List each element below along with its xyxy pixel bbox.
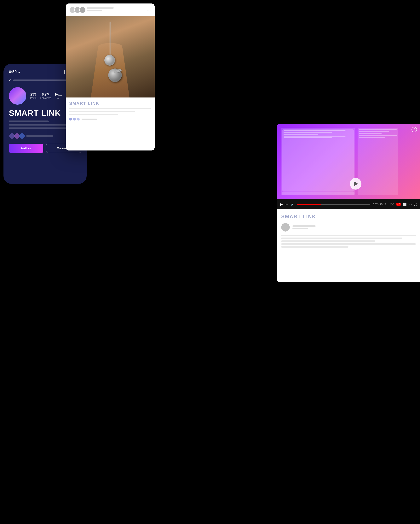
reaction-emoji-dots bbox=[69, 118, 80, 121]
followers-stat: 6.7M Followers bbox=[40, 92, 51, 99]
desc-line-3 bbox=[281, 240, 375, 242]
post-subtitle-line bbox=[86, 10, 102, 11]
laptop-base bbox=[282, 192, 354, 195]
mutual-avatars bbox=[9, 133, 24, 139]
phone-mockup bbox=[358, 128, 398, 195]
desc-line-4 bbox=[281, 243, 416, 245]
play-circle[interactable] bbox=[350, 178, 361, 190]
bio-line-2 bbox=[9, 124, 70, 126]
video-thumbnail: i bbox=[277, 124, 420, 199]
coin-pendant-1 bbox=[104, 55, 115, 66]
follow-button[interactable]: Follow bbox=[9, 144, 43, 153]
phone-line-4 bbox=[359, 135, 397, 136]
phone-line-1 bbox=[359, 129, 397, 130]
avatar bbox=[9, 87, 26, 105]
miniplayer-button[interactable]: ⬜ bbox=[403, 202, 407, 206]
desc-line-1 bbox=[281, 235, 416, 236]
next-button[interactable]: ⏭ bbox=[285, 203, 288, 206]
theatre-button[interactable]: ▭ bbox=[409, 202, 412, 206]
desc-line-2 bbox=[281, 237, 402, 239]
post-avatar-3 bbox=[79, 7, 86, 13]
post-header-text bbox=[86, 7, 144, 13]
posts-stat: 299 Posts bbox=[30, 92, 36, 99]
thumbnail-devices bbox=[281, 128, 416, 195]
post-username-line bbox=[86, 7, 114, 9]
video-smart-link-title: SMART LINK bbox=[281, 214, 416, 219]
caption-text-lines bbox=[69, 108, 151, 115]
description-lines bbox=[281, 235, 416, 248]
clock-time: 6:50 bbox=[9, 70, 17, 74]
post-avatars bbox=[69, 7, 84, 13]
caption-line-3 bbox=[69, 114, 118, 115]
reaction-dot-3 bbox=[77, 118, 80, 121]
time-display: 5:07 / 15:28 bbox=[373, 203, 386, 206]
following-stat: Fo... Fo… bbox=[55, 92, 62, 99]
channel-row bbox=[281, 223, 416, 232]
volume-button[interactable]: 🔉 bbox=[291, 203, 294, 206]
extra-controls: CC HD ⬜ ▭ ⛶ bbox=[390, 202, 417, 206]
desc-line-5 bbox=[281, 246, 349, 248]
phone-line-2 bbox=[359, 131, 389, 132]
play-triangle-icon bbox=[354, 182, 358, 186]
hd-button[interactable]: HD bbox=[396, 203, 401, 206]
bio-line-1 bbox=[9, 121, 49, 122]
youtube-video-card: i ▶ ⏭ 🔉 5:07 / 15:28 CC HD ⬜ ▭ ⛶ SMART L… bbox=[277, 124, 420, 282]
post-image bbox=[66, 16, 155, 97]
screen-line-1 bbox=[283, 130, 346, 131]
screen-line-4 bbox=[283, 136, 346, 137]
video-controls-bar: ▶ ⏭ 🔉 5:07 / 15:28 CC HD ⬜ ▭ ⛶ bbox=[277, 199, 420, 209]
reaction-dot-2 bbox=[73, 118, 76, 121]
channel-info-lines bbox=[292, 225, 316, 229]
profile-stats: 299 Posts 6.7M Followers Fo... Fo… bbox=[30, 92, 62, 99]
reaction-dot-1 bbox=[69, 118, 72, 121]
play-pause-button[interactable]: ▶ bbox=[280, 202, 283, 206]
fullscreen-button[interactable]: ⛶ bbox=[414, 203, 417, 206]
location-arrow-icon: ▲ bbox=[18, 70, 20, 73]
progress-fill bbox=[297, 204, 321, 205]
screen-line-5 bbox=[283, 137, 332, 138]
mini-avatar-3 bbox=[19, 133, 25, 139]
phone-line-3 bbox=[359, 133, 382, 134]
mutual-text bbox=[26, 135, 53, 137]
reactions-row bbox=[69, 118, 151, 121]
social-post-card: ··· SMART LINK bbox=[66, 3, 155, 150]
info-icon[interactable]: i bbox=[411, 127, 417, 132]
back-arrow-icon[interactable]: < bbox=[9, 78, 11, 83]
laptop-mockup bbox=[281, 128, 355, 195]
caption-line-1 bbox=[69, 108, 151, 109]
screen-line-2 bbox=[283, 132, 332, 133]
video-description: SMART LINK bbox=[277, 209, 420, 251]
play-button-area[interactable] bbox=[350, 178, 361, 190]
caption-line-2 bbox=[69, 111, 135, 112]
time-display: 6:50 ▲ bbox=[9, 70, 20, 74]
laptop-screen bbox=[282, 129, 354, 192]
post-smart-link-title: SMART LINK bbox=[69, 101, 151, 106]
progress-bar[interactable] bbox=[297, 204, 370, 205]
post-header: ··· bbox=[66, 3, 155, 16]
phone-line-5 bbox=[359, 137, 386, 138]
post-caption: SMART LINK bbox=[66, 97, 155, 122]
channel-avatar bbox=[281, 223, 290, 232]
screen-line-3 bbox=[283, 134, 318, 135]
channel-sub-line bbox=[292, 228, 308, 229]
cc-button[interactable]: CC bbox=[390, 203, 394, 206]
post-more-options[interactable]: ··· bbox=[147, 8, 151, 12]
channel-name-line bbox=[292, 225, 316, 227]
reaction-count-line bbox=[82, 119, 97, 120]
